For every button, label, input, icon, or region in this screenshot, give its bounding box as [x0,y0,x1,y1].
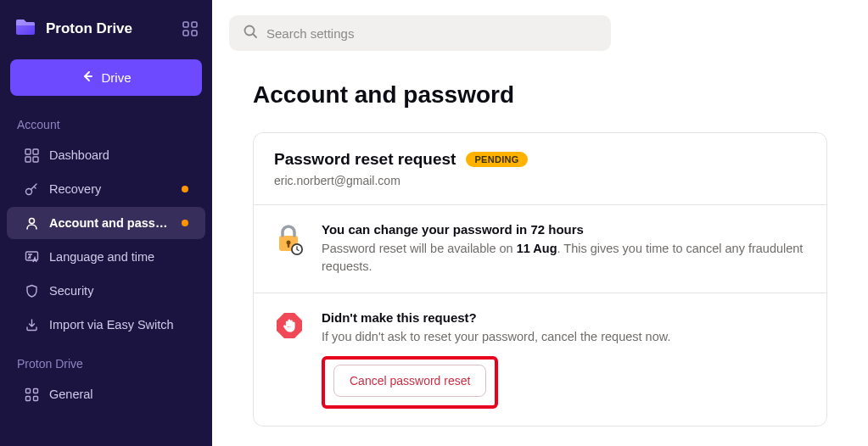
wait-text: Password reset will be available on 11 A… [322,240,806,276]
svg-rect-11 [25,388,30,393]
status-badge: PENDING [466,152,527,167]
cancel-title: Didn't make this request? [322,310,806,325]
sidebar-item-easy-switch[interactable]: Import via Easy Switch [7,309,205,341]
sidebar-item-label: Security [49,284,188,298]
svg-rect-5 [33,149,38,154]
grid-small-icon [24,387,39,402]
apps-grid-icon[interactable] [182,20,199,37]
user-icon [24,215,39,231]
stop-hand-icon [274,310,305,344]
search-input[interactable] [266,26,597,41]
import-icon [24,317,39,332]
sidebar-item-security[interactable]: Security [7,275,205,307]
main-content: Account and password Password reset requ… [212,0,868,446]
svg-rect-6 [25,157,31,162]
svg-rect-1 [192,22,197,27]
search-icon [243,24,258,42]
sidebar-item-account-password[interactable]: Account and passw… [7,207,205,239]
sidebar-item-label: Dashboard [49,148,188,162]
drive-logo-icon [14,15,37,42]
sidebar-item-label: Import via Easy Switch [49,318,188,332]
page-title: Account and password [253,81,827,109]
back-to-drive-button[interactable]: Drive [10,59,202,96]
svg-rect-4 [25,149,31,154]
section-label-drive: Proton Drive [0,342,212,377]
card-header-section: Password reset request PENDING eric.norb… [254,133,826,205]
content-area: Account and password Password reset requ… [212,58,868,443]
drive-button-label: Drive [101,70,131,85]
sidebar-item-dashboard[interactable]: Dashboard [7,139,205,171]
svg-rect-18 [288,243,289,248]
search-box[interactable] [229,15,611,51]
cancel-reset-button[interactable]: Cancel password reset [333,365,486,397]
account-email: eric.norbert@gmail.com [274,174,806,187]
section-label-account: Account [0,103,212,138]
svg-rect-13 [25,396,30,400]
highlight-annotation: Cancel password reset [322,356,498,409]
key-icon [24,181,39,197]
cancel-text: If you didn't ask to reset your password… [322,328,806,346]
lock-clock-icon [274,222,305,259]
sidebar-item-label: Recovery [49,182,171,196]
svg-point-9 [29,218,34,223]
sidebar-item-general[interactable]: General [7,378,205,410]
svg-rect-14 [33,396,37,400]
svg-rect-2 [183,31,188,36]
svg-rect-10 [25,252,37,260]
wait-section: You can change your password in 72 hours… [254,205,826,293]
reset-request-title: Password reset request [274,150,456,169]
app-name: Proton Drive [46,20,132,37]
wait-title: You can change your password in 72 hours [322,222,806,237]
notification-dot-icon [182,186,188,192]
sidebar-header: Proton Drive [0,0,212,53]
arrow-left-icon [81,70,94,86]
sidebar-item-label: General [49,387,188,401]
grid-icon [24,148,39,163]
topbar [212,0,868,58]
svg-rect-12 [33,388,37,393]
available-date: 11 Aug [517,242,557,255]
sidebar-item-label: Language and time [49,250,188,264]
svg-rect-0 [183,22,188,27]
svg-rect-3 [192,31,197,36]
app-logo[interactable]: Proton Drive [14,15,132,42]
svg-rect-7 [33,157,38,162]
sidebar-item-language-time[interactable]: Language and time [7,241,205,273]
password-reset-card: Password reset request PENDING eric.norb… [253,132,827,426]
language-icon [24,249,39,265]
notification-dot-icon [182,220,188,226]
sidebar-item-recovery[interactable]: Recovery [7,173,205,205]
cancel-section: Didn't make this request? If you didn't … [254,293,826,426]
sidebar-item-label: Account and passw… [49,216,171,230]
shield-icon [24,283,39,298]
sidebar: Proton Drive Drive Account Dashboar [0,0,212,446]
